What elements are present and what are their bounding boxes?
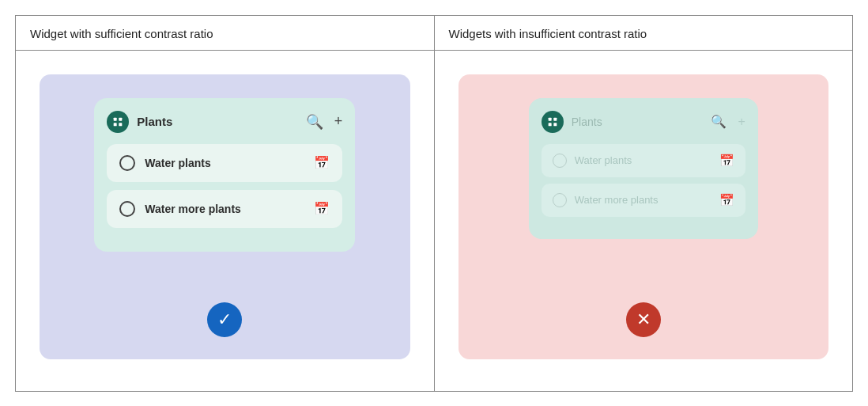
bad-add-icon: + bbox=[738, 115, 745, 129]
good-task-item-1: Water plants 📅 bbox=[107, 144, 342, 182]
good-search-icon[interactable]: 🔍 bbox=[306, 113, 323, 131]
good-column: Widget with sufficient contrast ratio bbox=[16, 15, 435, 391]
bad-column: Widgets with insufficient contrast ratio bbox=[434, 15, 853, 391]
bad-widget-title: Plants bbox=[572, 116, 711, 128]
bad-play-icon bbox=[546, 116, 559, 128]
good-task-checkbox-1[interactable] bbox=[119, 155, 135, 171]
good-column-header: Widget with sufficient contrast ratio bbox=[16, 16, 434, 51]
good-calendar-icon-2: 📅 bbox=[314, 201, 330, 216]
good-calendar-icon-1: 📅 bbox=[314, 155, 330, 170]
bad-app-icon bbox=[542, 111, 564, 133]
good-header-icons: 🔍 + bbox=[306, 113, 343, 131]
bad-task-label-1: Water plants bbox=[575, 154, 719, 166]
bad-badge: ✕ bbox=[626, 302, 661, 337]
bad-task-item-2: Water more plants 📅 bbox=[542, 184, 745, 217]
svg-rect-4 bbox=[548, 117, 551, 120]
check-icon: ✓ bbox=[217, 311, 232, 328]
svg-rect-6 bbox=[548, 123, 551, 126]
good-widget-header: Plants 🔍 + bbox=[107, 111, 342, 133]
good-widget-card: Plants 🔍 + Water plants 📅 bbox=[94, 98, 355, 252]
svg-rect-0 bbox=[114, 117, 117, 120]
bad-task-checkbox-2 bbox=[553, 193, 567, 207]
bad-task-label-2: Water more plants bbox=[575, 194, 719, 206]
good-app-icon bbox=[107, 111, 129, 133]
good-task-item-2: Water more plants 📅 bbox=[107, 190, 342, 228]
bad-widget-header: Plants 🔍 + bbox=[542, 111, 745, 133]
bad-panel: Plants 🔍 + Water plants 📅 bbox=[459, 74, 829, 359]
bad-widget-card: Plants 🔍 + Water plants 📅 bbox=[529, 98, 758, 239]
bad-task-checkbox-1 bbox=[553, 154, 567, 168]
svg-rect-7 bbox=[553, 123, 557, 126]
good-add-icon[interactable]: + bbox=[334, 113, 343, 130]
bad-header-icons: 🔍 + bbox=[711, 114, 745, 129]
svg-rect-3 bbox=[119, 123, 123, 126]
bad-calendar-icon-1: 📅 bbox=[719, 154, 734, 168]
x-icon: ✕ bbox=[636, 311, 651, 328]
good-task-label-2: Water more plants bbox=[145, 203, 314, 215]
bad-column-header: Widgets with insufficient contrast ratio bbox=[435, 16, 853, 51]
good-widget-title: Plants bbox=[137, 115, 305, 128]
good-column-body: Plants 🔍 + Water plants 📅 bbox=[16, 51, 434, 391]
comparison-table: Widget with sufficient contrast ratio bbox=[15, 15, 853, 392]
svg-rect-1 bbox=[119, 117, 123, 120]
svg-rect-2 bbox=[114, 123, 117, 126]
good-task-label-1: Water plants bbox=[145, 157, 314, 169]
play-icon bbox=[111, 116, 124, 128]
good-badge: ✓ bbox=[207, 302, 242, 337]
bad-calendar-icon-2: 📅 bbox=[719, 193, 734, 207]
good-task-checkbox-2[interactable] bbox=[119, 201, 135, 217]
bad-column-body: Plants 🔍 + Water plants 📅 bbox=[435, 51, 853, 391]
svg-rect-5 bbox=[553, 117, 557, 120]
bad-task-item-1: Water plants 📅 bbox=[542, 144, 745, 177]
good-panel: Plants 🔍 + Water plants 📅 bbox=[40, 74, 410, 359]
bad-search-icon: 🔍 bbox=[711, 114, 726, 129]
